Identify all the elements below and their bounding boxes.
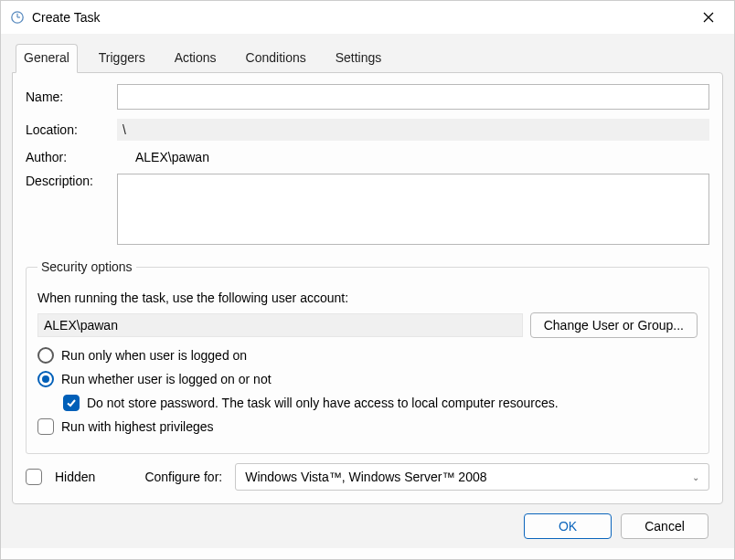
tab-settings[interactable]: Settings xyxy=(327,44,390,73)
checkbox-highest-privileges-label: Run with highest privileges xyxy=(61,419,214,434)
account-value: ALEX\pawan xyxy=(37,313,523,337)
tab-general[interactable]: General xyxy=(16,44,78,73)
window-title: Create Task xyxy=(32,10,100,25)
checkbox-highest-privileges[interactable] xyxy=(37,418,54,435)
checkbox-hidden[interactable] xyxy=(26,469,42,485)
general-panel: Name: Location: \ Author: ALEX\pawan Des… xyxy=(12,72,723,504)
tab-bar: General Triggers Actions Conditions Sett… xyxy=(12,43,723,72)
configure-for-combo[interactable]: Windows Vista™, Windows Server™ 2008 ⌄ xyxy=(235,463,709,491)
cancel-button[interactable]: Cancel xyxy=(621,513,708,539)
checkbox-do-not-store-password[interactable] xyxy=(63,395,80,411)
tab-conditions[interactable]: Conditions xyxy=(238,44,314,73)
close-icon xyxy=(703,12,714,23)
configure-for-label: Configure for: xyxy=(144,470,222,484)
location-value: \ xyxy=(117,119,709,141)
radio-run-logged-on[interactable] xyxy=(37,347,54,364)
location-label: Location: xyxy=(26,122,117,137)
description-input[interactable] xyxy=(117,174,709,245)
description-label: Description: xyxy=(26,174,117,188)
author-label: Author: xyxy=(26,150,117,164)
ok-button[interactable]: OK xyxy=(524,513,612,539)
checkbox-do-not-store-password-label: Do not store password. The task will onl… xyxy=(87,396,559,410)
chevron-down-icon: ⌄ xyxy=(692,472,699,482)
tab-actions[interactable]: Actions xyxy=(166,44,225,73)
close-button[interactable] xyxy=(690,5,727,30)
security-options-group: Security options When running the task, … xyxy=(26,259,709,454)
configure-for-value: Windows Vista™, Windows Server™ 2008 xyxy=(245,470,486,484)
radio-run-whether[interactable] xyxy=(37,371,54,387)
checkbox-hidden-label: Hidden xyxy=(55,470,95,484)
name-input[interactable] xyxy=(117,84,709,110)
task-scheduler-icon xyxy=(10,10,25,25)
security-options-legend: Security options xyxy=(37,259,136,274)
radio-run-whether-label: Run whether user is logged on or not xyxy=(61,372,272,386)
change-user-button[interactable]: Change User or Group... xyxy=(530,312,698,338)
account-prompt: When running the task, use the following… xyxy=(37,291,698,305)
tab-triggers[interactable]: Triggers xyxy=(91,44,154,73)
radio-run-logged-on-label: Run only when user is logged on xyxy=(61,348,247,363)
name-label: Name: xyxy=(26,90,117,104)
author-value: ALEX\pawan xyxy=(117,150,209,164)
titlebar: Create Task xyxy=(1,1,734,34)
